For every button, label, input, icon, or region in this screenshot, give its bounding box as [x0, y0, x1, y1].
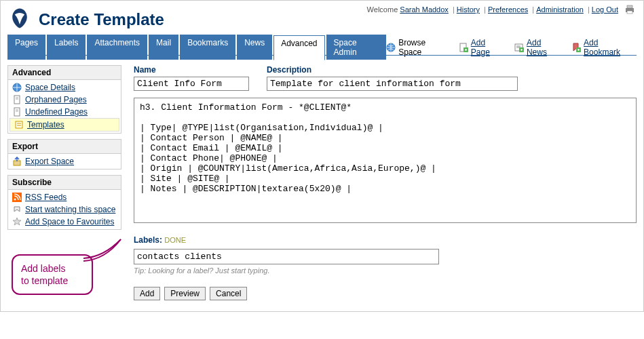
sidebar-item-label: Undefined Pages	[25, 107, 88, 117]
sidebar-item-start-watching-this-space[interactable]: Start watching this space	[8, 203, 121, 216]
space-actions: Browse Space Add Page Add News Add Bookm…	[386, 38, 637, 57]
sidebar-item-label: Templates	[27, 120, 64, 129]
tab-mail[interactable]: Mail	[149, 35, 178, 60]
welcome-text: Welcome	[367, 5, 400, 14]
sidebar-item-rss-feeds[interactable]: RSS Feeds	[8, 191, 121, 203]
tab-space-admin[interactable]: Space Admin	[326, 35, 387, 60]
labels-tip: Tip: Looking for a label? Just start typ…	[134, 266, 637, 275]
preferences-link[interactable]: Preferences	[488, 5, 528, 14]
sidebar-item-export-space[interactable]: Export Space	[8, 155, 121, 167]
sidebar-item-templates[interactable]: Templates	[10, 118, 119, 132]
svg-rect-15	[14, 108, 20, 116]
svg-rect-18	[16, 121, 22, 128]
sidebar-item-space-details[interactable]: Space Details	[8, 81, 121, 94]
app-logo-icon	[7, 6, 32, 33]
svg-rect-2	[627, 11, 632, 14]
tab-labels[interactable]: Labels	[47, 35, 86, 60]
template-icon	[14, 120, 24, 129]
export-icon	[12, 157, 22, 166]
browse-space-label: Browse Space	[398, 38, 451, 57]
sidebar-item-undefined-pages[interactable]: Undefined Pages	[8, 106, 121, 118]
description-input[interactable]	[267, 77, 518, 91]
main-content: Name Description Labels: DONE Tip: Looki…	[134, 65, 637, 300]
watch-icon	[12, 205, 22, 214]
sidebar-panel-advanced: AdvancedSpace DetailsOrphaned PagesUndef…	[7, 65, 121, 134]
administration-link[interactable]: Administration	[536, 5, 584, 14]
globe-icon	[386, 43, 396, 52]
tab-pages[interactable]: Pages	[7, 35, 45, 60]
sidebar-item-label: Start watching this space	[25, 205, 115, 214]
svg-point-23	[14, 199, 16, 201]
cancel-button[interactable]: Cancel	[210, 287, 247, 300]
page-icon	[12, 95, 22, 104]
sidebar-item-label: Orphaned Pages	[25, 95, 87, 104]
add-page-label: Add Page	[471, 38, 506, 57]
add-button[interactable]: Add	[134, 287, 160, 300]
labels-done-link[interactable]: DONE	[164, 236, 186, 244]
labels-label: Labels:	[134, 235, 162, 245]
add-news-action[interactable]: Add News	[514, 38, 563, 57]
svg-rect-12	[14, 96, 20, 104]
panel-header: Export	[8, 140, 121, 154]
add-bookmark-action[interactable]: Add Bookmark	[571, 38, 637, 57]
labels-input[interactable]	[134, 249, 439, 264]
description-label: Description	[267, 65, 518, 75]
name-input[interactable]	[134, 77, 249, 91]
browse-space-action[interactable]: Browse Space	[386, 38, 451, 57]
preview-button[interactable]: Preview	[164, 287, 206, 300]
add-news-label: Add News	[527, 38, 563, 57]
star-icon	[12, 217, 22, 226]
svg-rect-21	[14, 161, 20, 165]
sidebar-item-add-space-to-favourites[interactable]: Add Space to Favourites	[8, 216, 121, 228]
callout-line2: to template	[21, 275, 83, 287]
svg-rect-1	[627, 5, 632, 8]
sidebar-item-label: Export Space	[25, 157, 74, 166]
user-link[interactable]: Sarah Maddox	[400, 5, 449, 14]
sidebar-panel-subscribe: SubscribeRSS FeedsStart watching this sp…	[7, 175, 121, 230]
name-label: Name	[134, 65, 249, 75]
add-bookmark-icon	[571, 43, 581, 52]
rss-icon	[12, 193, 22, 202]
history-link[interactable]: History	[457, 5, 480, 14]
print-icon[interactable]	[624, 5, 635, 16]
sidebar-item-label: RSS Feeds	[25, 193, 67, 202]
panel-header: Subscribe	[8, 176, 121, 190]
sidebar-item-orphaned-pages[interactable]: Orphaned Pages	[8, 94, 121, 106]
tab-bar: PagesLabelsAttachmentsMailBookmarksNewsA…	[7, 39, 637, 56]
sidebar-panel-export: ExportExport Space	[7, 139, 121, 170]
tab-advanced[interactable]: Advanced	[273, 35, 324, 60]
user-links: Welcome Sarah Maddox |History |Preferenc…	[367, 5, 635, 16]
callout-line1: Add labels	[21, 262, 83, 275]
tab-attachments[interactable]: Attachments	[87, 35, 147, 60]
page-icon	[12, 107, 22, 117]
globe-icon	[12, 83, 22, 92]
panel-header: Advanced	[8, 66, 121, 80]
page-title: Create Template	[39, 10, 164, 29]
tab-bookmarks[interactable]: Bookmarks	[180, 35, 235, 60]
sidebar-item-label: Add Space to Favourites	[25, 217, 114, 226]
tab-news[interactable]: News	[237, 35, 272, 60]
logout-link[interactable]: Log Out	[592, 5, 618, 14]
add-news-icon	[514, 43, 524, 52]
callout-tail-icon	[83, 238, 124, 265]
add-page-action[interactable]: Add Page	[459, 38, 506, 57]
template-editor[interactable]	[134, 98, 636, 220]
add-page-icon	[459, 43, 468, 52]
sidebar-item-label: Space Details	[25, 83, 75, 92]
callout-annotation: Add labels to template	[12, 254, 93, 295]
add-bookmark-label: Add Bookmark	[584, 38, 637, 57]
